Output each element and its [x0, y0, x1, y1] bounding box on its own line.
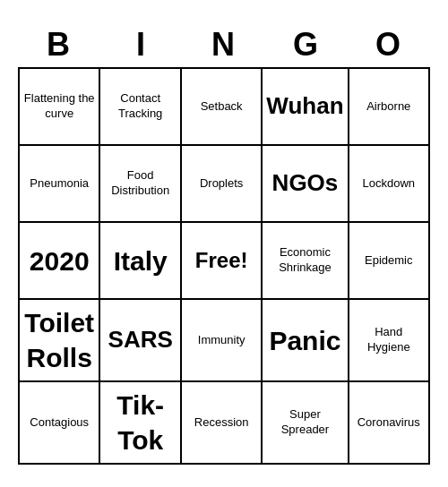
bingo-grid: Flattening the curveContact TrackingSetb… — [18, 67, 430, 465]
bingo-cell: Contact Tracking — [100, 69, 181, 146]
bingo-cell: 2020 — [20, 223, 100, 300]
header-letter: N — [183, 22, 265, 67]
cell-text: Super Spreader — [266, 407, 343, 438]
bingo-card: BINGO Flattening the curveContact Tracki… — [18, 22, 430, 465]
bingo-cell: Wuhan — [263, 69, 349, 146]
cell-text: Hand Hygiene — [353, 325, 425, 355]
cell-text: Contact Tracking — [104, 91, 176, 122]
bingo-cell: Lockdown — [349, 146, 430, 223]
cell-text: Setback — [201, 99, 243, 115]
bingo-cell: Food Distribution — [100, 146, 181, 223]
bingo-cell: Toilet Rolls — [20, 300, 100, 382]
cell-text: Toilet Rolls — [23, 305, 95, 375]
header-letter: I — [100, 22, 183, 67]
cell-text: Pneumonia — [30, 176, 89, 192]
bingo-cell: Recession — [182, 382, 263, 465]
cell-text: Airborne — [366, 99, 410, 115]
cell-text: Flattening the curve — [23, 91, 95, 122]
bingo-cell: Hand Hygiene — [349, 300, 430, 382]
cell-text: Free! — [195, 246, 248, 274]
cell-text: Coronavirus — [358, 415, 420, 431]
cell-text: Lockdown — [363, 176, 416, 192]
bingo-cell: NGOs — [263, 146, 349, 223]
cell-text: Italy — [114, 244, 168, 278]
header-letter: G — [265, 22, 348, 67]
bingo-cell: Setback — [182, 69, 263, 146]
bingo-cell: Airborne — [349, 69, 430, 146]
bingo-cell: Super Spreader — [263, 382, 349, 465]
cell-text: Recession — [194, 415, 249, 431]
bingo-cell: Epidemic — [349, 223, 430, 300]
cell-text: Epidemic — [365, 253, 412, 269]
bingo-cell: Contagious — [20, 382, 100, 465]
cell-text: Contagious — [30, 415, 89, 431]
bingo-cell: Italy — [100, 223, 181, 300]
cell-text: Tik-Tok — [104, 388, 176, 457]
cell-text: NGOs — [272, 168, 339, 199]
cell-text: Economic Shrinkage — [266, 245, 343, 276]
cell-text: Food Distribution — [104, 168, 176, 199]
bingo-cell: Panic — [263, 300, 349, 382]
bingo-cell: Tik-Tok — [100, 382, 181, 465]
header-letter: B — [18, 22, 100, 67]
bingo-cell: Economic Shrinkage — [263, 223, 349, 300]
bingo-cell: Droplets — [182, 146, 263, 223]
cell-text: Immunity — [198, 333, 246, 348]
bingo-cell: Flattening the curve — [20, 69, 100, 146]
bingo-cell: SARS — [100, 300, 181, 382]
bingo-cell: Coronavirus — [349, 382, 430, 465]
cell-text: SARS — [108, 325, 173, 355]
bingo-cell: Immunity — [182, 300, 263, 382]
bingo-header: BINGO — [18, 22, 430, 67]
bingo-cell: Free! — [182, 223, 263, 300]
cell-text: Droplets — [200, 176, 243, 192]
cell-text: Panic — [269, 323, 340, 358]
bingo-cell: Pneumonia — [20, 146, 100, 223]
header-letter: O — [348, 22, 430, 67]
cell-text: Wuhan — [266, 91, 343, 122]
cell-text: 2020 — [30, 244, 90, 278]
